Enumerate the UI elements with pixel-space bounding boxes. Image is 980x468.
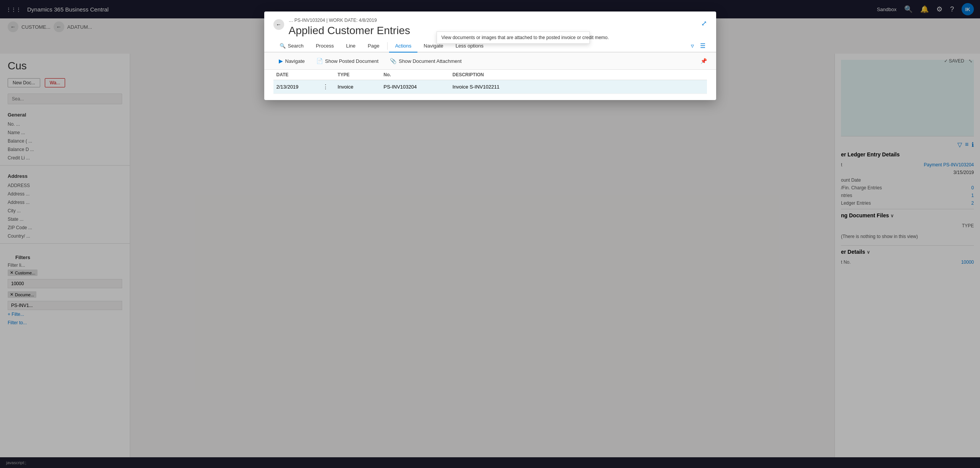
- menu-line[interactable]: Line: [340, 40, 362, 52]
- cell-no: PS-INV103204: [381, 84, 450, 90]
- col-description: DESCRIPTION: [450, 72, 707, 77]
- modal-title: Applied Customer Entries: [289, 25, 410, 37]
- cell-type: Invoice: [335, 84, 381, 90]
- table-header: DATE TYPE No. DESCRIPTION: [273, 70, 707, 80]
- table-row[interactable]: 2/13/2019 ⋮ Invoice PS-INV103204 Invoice…: [273, 80, 707, 94]
- applied-customer-entries-modal: ← … PS-INV103204 | WORK DATE: 4/8/2019 A…: [264, 11, 716, 100]
- navigate-action[interactable]: ▶ Navigate: [273, 56, 310, 66]
- navigate-icon: ▶: [279, 58, 283, 64]
- menu-search[interactable]: 🔍 Search: [273, 40, 310, 52]
- cell-row-menu[interactable]: ⋮: [319, 83, 335, 90]
- menu-page[interactable]: Page: [362, 40, 385, 52]
- show-document-attachment-action[interactable]: 📎 Show Document Attachment: [384, 56, 467, 66]
- cell-date: 2/13/2019: [273, 84, 319, 90]
- filter-menu-icon[interactable]: ▿: [689, 41, 695, 51]
- col-type: TYPE: [335, 72, 381, 77]
- actions-toolbar: ▶ Navigate 📄 Show Posted Document 📎 Show…: [264, 53, 716, 70]
- col-menu: [319, 72, 335, 77]
- modal-breadcrumb: … PS-INV103204 | WORK DATE: 4/8/2019: [289, 18, 410, 23]
- search-menu-icon: 🔍: [280, 43, 286, 49]
- attachment-icon: 📎: [390, 58, 396, 64]
- col-no: No.: [381, 72, 450, 77]
- show-posted-document-action[interactable]: 📄 Show Posted Document: [311, 56, 384, 66]
- menu-actions[interactable]: Actions: [389, 40, 418, 53]
- expand-button[interactable]: ⤢: [701, 19, 707, 28]
- menu-process[interactable]: Process: [310, 40, 340, 52]
- pin-button[interactable]: 📌: [700, 56, 707, 66]
- menu-right-icons: ▿ ☰: [689, 41, 707, 51]
- modal-table-area: DATE TYPE No. DESCRIPTION 2/13/2019 ⋮ In…: [264, 70, 716, 100]
- row-context-menu-button[interactable]: ⋮: [322, 83, 329, 90]
- posted-doc-icon: 📄: [316, 58, 323, 64]
- tooltip-box: View documents or images that are attach…: [437, 31, 590, 44]
- col-date: DATE: [273, 72, 319, 77]
- columns-menu-icon[interactable]: ☰: [699, 41, 707, 51]
- modal-title-area: … PS-INV103204 | WORK DATE: 4/8/2019 App…: [289, 18, 410, 37]
- modal-back-button[interactable]: ←: [273, 19, 284, 30]
- menu-separator-1: [387, 42, 388, 50]
- cell-description: Invoice S-INV102211: [450, 84, 707, 90]
